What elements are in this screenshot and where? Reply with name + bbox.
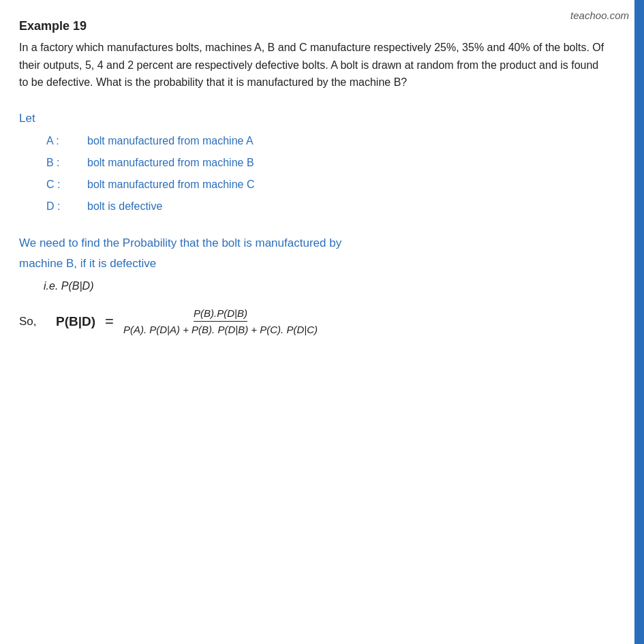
- definitions: A : bolt manufactured from machine A B :…: [46, 135, 610, 213]
- definition-b: B : bolt manufactured from machine B: [46, 157, 610, 169]
- definition-d: D : bolt is defective: [46, 200, 610, 213]
- def-val-a: bolt manufactured from machine A: [87, 135, 254, 147]
- def-val-b: bolt manufactured from machine B: [87, 157, 254, 169]
- right-sidebar-bar: [634, 0, 644, 644]
- def-val-c: bolt manufactured from machine C: [87, 179, 254, 191]
- fraction-denominator: P(A). P(D|A) + P(B). P(D|B) + P(C). P(D|…: [123, 322, 318, 335]
- def-key-d: D :: [46, 200, 87, 213]
- fraction-numerator: P(B).P(D|B): [194, 307, 247, 322]
- example-title: Example 19: [19, 19, 610, 33]
- def-key-c: C :: [46, 179, 87, 191]
- definition-c: C : bolt manufactured from machine C: [46, 179, 610, 191]
- ie-text-content: i.e. P(B|D): [44, 280, 94, 292]
- problem-text: In a factory which manufactures bolts, m…: [19, 39, 610, 91]
- page-container: teachoo.com Example 19 In a factory whic…: [0, 0, 644, 644]
- definition-a: A : bolt manufactured from machine A: [46, 135, 610, 147]
- need-text-line2: machine B, if it is defective: [19, 257, 156, 270]
- formula-row: So, P(B|D) = P(B).P(D|B) P(A). P(D|A) + …: [19, 307, 610, 335]
- so-label: So,: [19, 315, 44, 328]
- fraction: P(B).P(D|B) P(A). P(D|A) + P(B). P(D|B) …: [123, 307, 318, 335]
- need-text: We need to find the Probability that the…: [19, 233, 610, 274]
- def-key-b: B :: [46, 157, 87, 169]
- need-text-line1: We need to find the Probability that the…: [19, 236, 341, 249]
- def-key-a: A :: [46, 135, 87, 147]
- ie-text: i.e. P(B|D): [44, 280, 610, 292]
- let-label: Let: [19, 112, 610, 125]
- content-area: teachoo.com Example 19 In a factory whic…: [0, 0, 634, 644]
- def-val-d: bolt is defective: [87, 200, 162, 213]
- formula-lhs: P(B|D): [56, 314, 95, 329]
- equals-sign: =: [105, 313, 114, 331]
- watermark: teachoo.com: [570, 10, 629, 21]
